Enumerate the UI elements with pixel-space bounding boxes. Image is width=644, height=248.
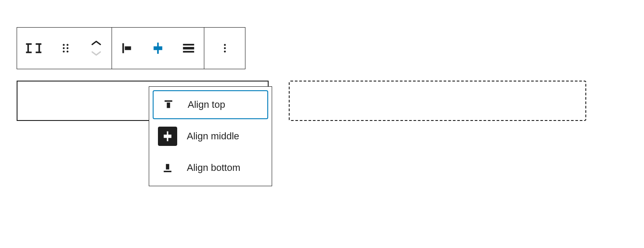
svg-point-5 — [66, 50, 68, 52]
menu-item-align-middle[interactable]: Align middle — [153, 122, 268, 151]
vertical-align-menu: Align top Align middle Align bottom — [149, 86, 272, 186]
chevron-down-icon[interactable] — [90, 50, 102, 57]
svg-rect-12 — [183, 51, 194, 53]
toolbar-group-block — [17, 27, 112, 69]
svg-rect-9 — [154, 46, 162, 50]
svg-rect-6 — [122, 43, 124, 53]
svg-point-1 — [66, 44, 68, 46]
svg-rect-19 — [164, 135, 172, 138]
columns-icon — [25, 40, 42, 57]
menu-item-label: Align top — [188, 99, 225, 110]
columns-row — [17, 81, 586, 121]
drag-handle-icon — [60, 43, 71, 54]
menu-item-label: Align middle — [187, 131, 239, 142]
menu-item-align-top[interactable]: Align top — [153, 90, 268, 119]
align-top-icon — [159, 95, 178, 114]
menu-item-label: Align bottom — [187, 162, 240, 174]
svg-point-4 — [63, 50, 65, 52]
svg-rect-17 — [167, 103, 170, 108]
block-toolbar — [17, 27, 245, 69]
more-options-button[interactable] — [204, 27, 245, 69]
svg-point-2 — [63, 47, 65, 49]
menu-item-align-bottom[interactable]: Align bottom — [153, 153, 268, 182]
svg-point-14 — [224, 47, 225, 49]
toolbar-group-more — [204, 27, 245, 69]
align-left-icon — [120, 41, 135, 56]
move-buttons — [81, 27, 112, 69]
align-full-icon — [181, 41, 196, 56]
drag-handle-button[interactable] — [50, 27, 81, 69]
svg-rect-21 — [164, 171, 172, 172]
column-placeholder[interactable] — [289, 81, 586, 121]
svg-rect-20 — [166, 164, 169, 170]
align-left-button[interactable] — [112, 27, 143, 69]
align-middle-icon — [150, 41, 165, 56]
chevron-up-icon[interactable] — [90, 39, 102, 47]
toolbar-group-align — [112, 27, 204, 69]
svg-point-3 — [66, 47, 68, 49]
svg-point-15 — [224, 50, 225, 52]
svg-rect-7 — [125, 46, 131, 50]
align-middle-icon — [158, 127, 177, 146]
align-bottom-icon — [158, 158, 177, 177]
svg-point-0 — [63, 44, 65, 46]
svg-rect-11 — [183, 47, 194, 50]
more-vertical-icon — [219, 43, 231, 54]
svg-rect-16 — [164, 100, 172, 102]
align-middle-button[interactable] — [143, 27, 173, 69]
block-type-button[interactable] — [17, 27, 50, 69]
align-full-button[interactable] — [173, 27, 204, 69]
svg-point-13 — [224, 44, 225, 46]
svg-rect-10 — [183, 44, 194, 46]
